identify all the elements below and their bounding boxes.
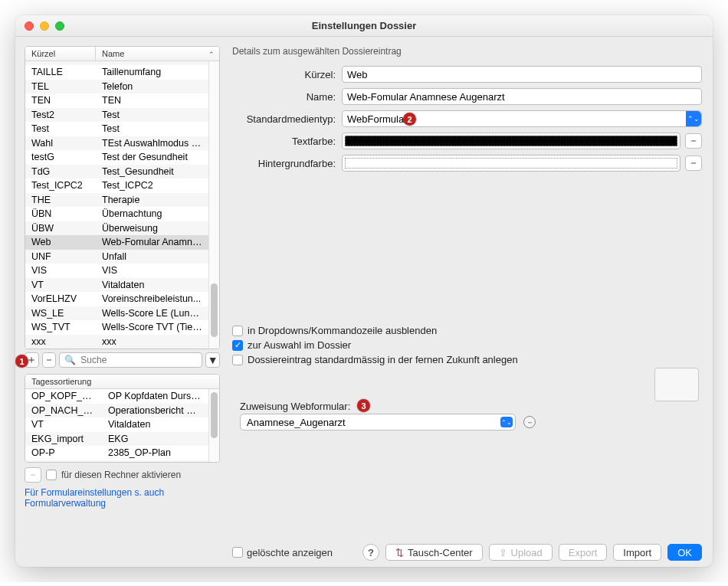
cell-name: OP_Dokumentation: [102, 460, 208, 463]
cell-kuerzel: VT: [25, 417, 102, 432]
checkbox-icon: [232, 547, 243, 558]
table-row[interactable]: ÜBNÜbernachtung: [25, 207, 208, 221]
cell-kuerzel: VorELHZV: [25, 292, 96, 306]
filter-button[interactable]: ▼: [205, 352, 220, 368]
check-dossier-select[interactable]: ✓ zur Auswahl im Dossier: [232, 339, 702, 351]
checkbox-icon: [232, 355, 243, 365]
check-future[interactable]: Dossiereintrag standardmässig in der fer…: [232, 354, 702, 365]
footer-bar: gelöschte anzeigen ? ⇅ Tausch-Center ⇧ U…: [232, 544, 702, 561]
textcolor-clear-button[interactable]: －: [685, 133, 702, 149]
table-header[interactable]: Kürzel Name ⌃: [25, 47, 219, 61]
cell-kuerzel: Test_ICPC2: [25, 178, 96, 193]
show-deleted[interactable]: gelöschte anzeigen: [232, 547, 333, 558]
check-hide-dropdown[interactable]: in Dropdowns/Kommandozeile ausblenden: [232, 325, 702, 336]
table-row[interactable]: TAILLETaillenumfang: [25, 65, 208, 80]
table-row[interactable]: WahlTEst Auswahlmodus C...: [25, 136, 208, 151]
bgcolor-well[interactable]: [342, 155, 680, 172]
table-row[interactable]: WS_TVTWells-Score TVT (Tief...: [25, 320, 208, 335]
preview-thumbnail: [654, 368, 699, 401]
cell-kuerzel: xxx: [25, 335, 96, 349]
tausch-center-button[interactable]: ⇅ Tausch-Center: [385, 544, 483, 561]
help-button[interactable]: ?: [362, 544, 379, 561]
cell-name: Unfall: [96, 250, 208, 264]
col-name[interactable]: Name ⌃: [96, 47, 219, 61]
window-title: Einstellungen Dossier: [15, 20, 713, 31]
input-kuerzel[interactable]: Web: [342, 66, 702, 83]
remove-button[interactable]: －: [42, 352, 57, 368]
details-form: Kürzel: Web Name: Web-Fomular Anamnese A…: [232, 66, 702, 172]
cell-name: xxx: [96, 335, 208, 349]
upload-button[interactable]: ⇧ Upload: [489, 544, 553, 561]
search-input[interactable]: [79, 354, 197, 366]
textcolor-well[interactable]: [342, 133, 680, 149]
scrollbar[interactable]: [208, 389, 219, 462]
cell-kuerzel: VT: [25, 278, 96, 293]
table-row[interactable]: OP-P2385_OP-Plan: [25, 446, 208, 460]
cell-name: Vitaldaten: [96, 278, 208, 293]
ok-button[interactable]: OK: [667, 544, 702, 561]
search-field[interactable]: 🔍: [59, 352, 202, 368]
table-row[interactable]: VISVIS: [25, 264, 208, 278]
table-row[interactable]: THETherapie: [25, 193, 208, 208]
table-row[interactable]: OPDokument...OP_Dokumentation: [25, 460, 208, 463]
table-toolbar: ＋ － 🔍 ▼: [25, 352, 220, 368]
cell-kuerzel: ÜBN: [25, 207, 96, 221]
cell-name: Test der Gesundheit: [96, 150, 208, 165]
table-row[interactable]: WebWeb-Fomular Anamne...: [25, 235, 208, 250]
input-name[interactable]: Web-Fomular Anamnese Augenarzt: [342, 88, 702, 105]
table-row[interactable]: EKG_importEKG: [25, 432, 208, 447]
table-row[interactable]: TdGTest_Gesundheit: [25, 165, 208, 179]
cell-kuerzel: OP_KOPF_DU...: [25, 389, 102, 404]
cell-name: Web-Fomular Anamne...: [96, 235, 208, 250]
upload-icon: ⇧: [499, 547, 507, 558]
remove-sort-button[interactable]: －: [25, 467, 41, 483]
label-name: Name:: [232, 91, 336, 103]
bgcolor-clear-button[interactable]: －: [685, 156, 702, 171]
table-row[interactable]: Test_ICPC2Test_ICPC2: [25, 178, 208, 193]
table-row[interactable]: Test2Test: [25, 108, 208, 123]
table-row[interactable]: TELTelefon: [25, 80, 208, 94]
import-button[interactable]: Import: [613, 544, 661, 561]
sort-caret-icon: ⌃: [208, 51, 215, 58]
zuweisung-label: Zuweisung Webformular: 3: [232, 401, 702, 412]
table2-header[interactable]: Tagessortierung: [25, 375, 219, 389]
cell-name: Voreinschreibeleistun...: [96, 292, 208, 306]
cell-kuerzel: OP_NACH_D...: [25, 404, 102, 418]
table-row[interactable]: VTVitaldaten: [25, 278, 208, 293]
activate-label: für diesen Rechner aktivieren: [61, 470, 181, 480]
cell-name: Wells-Score TVT (Tief...: [96, 320, 208, 335]
table-row[interactable]: UNFUnfall: [25, 250, 208, 264]
table-row[interactable]: VorELHZVVoreinschreibeleistun...: [25, 292, 208, 306]
table-row[interactable]: xxxxxx: [25, 335, 208, 349]
cell-name: Test_ICPC2: [96, 178, 208, 193]
table-row[interactable]: TENTEN: [25, 93, 208, 108]
table-row[interactable]: ÜBWÜberweisung: [25, 221, 208, 236]
table-row[interactable]: OP_KOPF_DU...OP Kopfdaten Durst a...: [25, 389, 208, 404]
swap-icon: ⇅: [395, 547, 404, 558]
form-settings-link[interactable]: Für Formulareinstellungen s. auch Formul…: [25, 487, 220, 509]
chevron-updown-icon: ⌃⌄: [686, 111, 701, 126]
cell-kuerzel: TdG: [25, 165, 96, 179]
col-kuerzel[interactable]: Kürzel: [25, 47, 96, 61]
activate-checkbox[interactable]: [46, 470, 57, 480]
table-row[interactable]: VTVitaldaten: [25, 417, 208, 432]
cell-name: Taillenumfang: [96, 65, 208, 80]
zuweisung-select[interactable]: Anamnese_Augenarzt ⌃⌄: [240, 414, 516, 430]
details-title: Details zum ausgewählten Dossiereintrag: [232, 46, 702, 57]
table-row[interactable]: WS_LEWells-Score LE (Lung...: [25, 306, 208, 321]
table-row[interactable]: testGTest der Gesundheit: [25, 150, 208, 165]
zuweisung-remove-button[interactable]: －: [523, 416, 536, 428]
table-row[interactable]: OP_NACH_D...Operationsbericht Na...: [25, 404, 208, 418]
cell-name: Therapie: [96, 193, 208, 208]
activate-row: － für diesen Rechner aktivieren: [25, 467, 220, 483]
cell-kuerzel: EKG_import: [25, 432, 102, 447]
export-button[interactable]: Export: [559, 544, 608, 561]
scrollbar[interactable]: [208, 61, 219, 349]
col-tagessortierung[interactable]: Tagessortierung: [25, 375, 219, 388]
table-row[interactable]: TestTest: [25, 122, 208, 136]
cell-kuerzel: TAILLE: [25, 65, 96, 80]
cell-kuerzel: TEN: [25, 93, 96, 108]
cell-kuerzel: VIS: [25, 264, 96, 278]
cell-name: EKG: [102, 432, 208, 447]
select-medientyp[interactable]: WebFormular ⌃⌄: [342, 110, 702, 127]
